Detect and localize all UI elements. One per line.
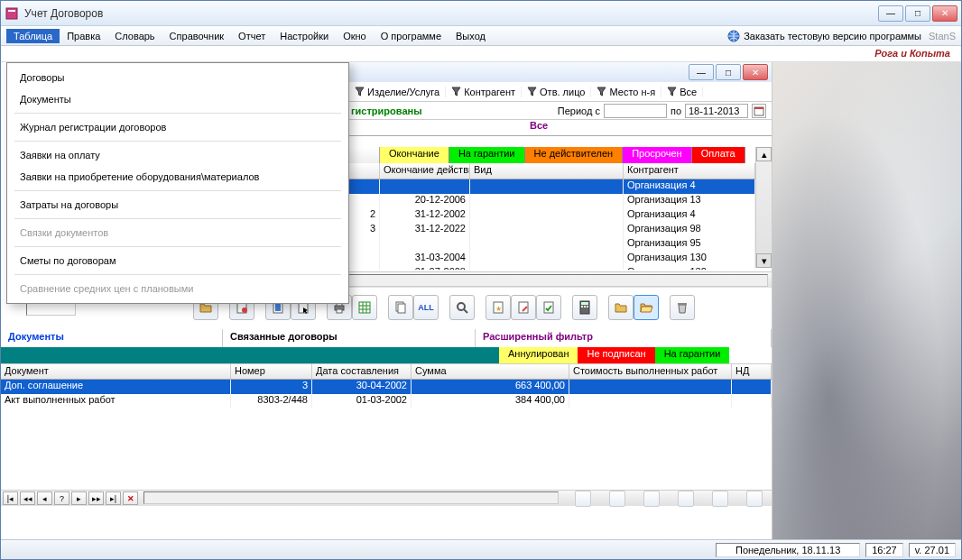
doc-col-document[interactable]: Документ [1,364,231,379]
tb-folder-open-icon[interactable] [634,295,659,320]
filter-all[interactable]: Все [661,87,703,97]
tb-copy-icon[interactable] [388,295,413,320]
menu-nastroiki[interactable]: Настройки [273,29,336,43]
col-blank[interactable] [349,163,380,179]
doc-scroll-track[interactable] [143,491,559,504]
svg-rect-23 [581,306,583,308]
section-documents[interactable]: Документы [1,329,223,347]
filter-responsible[interactable]: Отв. лицо [522,87,591,97]
dropdown-item[interactable]: Заявки на приобретение оборудования\мате… [7,166,348,188]
doc-nav-last[interactable]: ▸| [106,491,121,505]
grid-header: Окончание действия Вид Контрагент [349,163,755,179]
table-row[interactable]: Организация 4 [349,179,755,194]
period-from-input[interactable] [604,104,667,118]
status-ending[interactable]: Окончание [380,147,449,163]
status-overdue[interactable]: Просрочен [623,147,692,163]
col-kind[interactable]: Вид [470,163,624,179]
tb-doc-paste-icon[interactable] [511,295,536,320]
lower-panel: Документы Связанные договоры Расширенный… [1,329,772,539]
status-payment[interactable]: Оплата [692,147,745,163]
tb-folder-closed-icon[interactable] [608,295,634,320]
tb-search-icon[interactable] [449,295,475,320]
table-row[interactable]: Акт выполненных работ8303-2/44801-03-200… [1,394,772,409]
col-end-date[interactable]: Окончание действия [380,163,470,179]
table-row[interactable]: 31-07-2008Организация 132 [349,266,755,270]
mini-button-6[interactable] [746,491,763,507]
minimize-button[interactable]: — [878,5,903,22]
tb-spreadsheet-icon[interactable] [352,295,377,320]
tb-all-icon[interactable]: ALL [413,295,439,320]
grid-body[interactable]: Организация 420-12-2006Организация 13231… [349,179,755,270]
tb-doc-checked-icon[interactable] [536,295,561,320]
maximize-button[interactable]: □ [905,5,930,22]
doc-grid-body[interactable]: Доп. соглашение330-04-2002663 400,00Акт … [1,380,772,490]
status-warranty[interactable]: На гарантии [449,147,525,163]
tb-calc-icon[interactable] [572,295,597,320]
table-row[interactable]: 20-12-2006Организация 13 [349,194,755,208]
doc-col-cost[interactable]: Стоимость выполненных работ [569,364,732,379]
doc-col-date[interactable]: Дата составления [312,364,412,379]
menu-spravochnik[interactable]: Справочник [162,29,232,43]
inner-minimize-button[interactable]: — [689,64,714,80]
menu-otchet[interactable]: Отчет [231,29,273,43]
table-row[interactable]: Организация 95 [349,237,755,252]
dropdown-item[interactable]: Документы [7,88,348,110]
order-trial-link[interactable]: Заказать тестовую версию программы [727,30,921,42]
close-button[interactable]: ✕ [932,5,957,22]
table-row[interactable]: Доп. соглашение330-04-2002663 400,00 [1,380,772,394]
menu-o-programme[interactable]: О программе [374,29,449,43]
menu-vyhod[interactable]: Выход [449,29,493,43]
col-contractor[interactable]: Контрагент [624,163,755,179]
inner-maximize-button[interactable]: □ [716,64,741,80]
section-headers: Документы Связанные договоры Расширенный… [1,329,772,347]
doc-nav-next-page[interactable]: ▸▸ [88,491,104,505]
filter-location[interactable]: Место н-я [591,87,661,97]
tag-unsigned[interactable]: Не подписан [578,347,654,363]
doc-nav-help[interactable]: ? [54,491,69,505]
dropdown-item[interactable]: Сметы по договорам [7,250,348,271]
filter-product[interactable]: Изделие/Услуга [349,87,446,97]
svg-point-16 [458,303,465,310]
table-row[interactable]: 31-03-2004Организация 130 [349,252,755,266]
section-filter[interactable]: Расширенный фильтр [476,329,772,347]
inner-close-button[interactable]: ✕ [743,64,768,80]
menu-slovar[interactable]: Словарь [107,29,162,43]
filter-contractor[interactable]: Контрагент [446,87,522,97]
doc-nav-first[interactable]: |◂ [3,491,18,505]
mini-button-4[interactable] [678,491,694,507]
tag-warranty[interactable]: На гарантии [655,347,730,363]
doc-grid-header: Документ Номер Дата составления Сумма Ст… [1,363,772,380]
calendar-button[interactable] [752,104,766,118]
mini-button-5[interactable] [712,491,728,507]
tab-vse[interactable]: Все [523,120,555,135]
doc-nav-prev-page[interactable]: ◂◂ [20,491,35,505]
table-row[interactable]: 231-12-2002Организация 4 [349,208,755,223]
scroll-up-button[interactable]: ▴ [756,147,772,161]
scroll-down-button[interactable]: ▾ [756,253,772,268]
menubar: Таблица Правка Словарь Справочник Отчет … [1,26,961,46]
menu-tablica[interactable]: Таблица [6,29,60,43]
dropdown-item[interactable]: Журнал регистрации договоров [7,116,348,138]
menu-okno[interactable]: Окно [336,29,374,43]
period-label: Период с [558,106,600,116]
tag-annulled[interactable]: Аннулирован [499,347,578,363]
doc-col-nd[interactable]: НД [732,364,772,379]
dropdown-item[interactable]: Затраты на договоры [7,194,348,216]
dropdown-item[interactable]: Заявки на оплату [7,144,348,166]
tb-doc-star-icon[interactable]: ★ [486,295,511,320]
doc-nav-prev[interactable]: ◂ [37,491,52,505]
mini-button-3[interactable] [643,491,660,507]
mini-button-1[interactable] [575,491,591,507]
table-row[interactable]: 331-12-2022Организация 98 [349,223,755,237]
menu-pravka[interactable]: Правка [60,29,107,43]
doc-col-sum[interactable]: Сумма [412,364,569,379]
doc-nav-next[interactable]: ▸ [71,491,87,505]
section-linked[interactable]: Связанные договоры [223,329,476,347]
period-to-input[interactable] [685,104,748,118]
tb-trash-icon[interactable] [670,295,695,320]
status-invalid[interactable]: Не действителен [525,147,624,163]
dropdown-item[interactable]: Договоры [7,67,348,88]
doc-nav-delete[interactable]: ✕ [123,491,138,505]
doc-col-number[interactable]: Номер [231,364,312,379]
mini-button-2[interactable] [609,491,625,507]
